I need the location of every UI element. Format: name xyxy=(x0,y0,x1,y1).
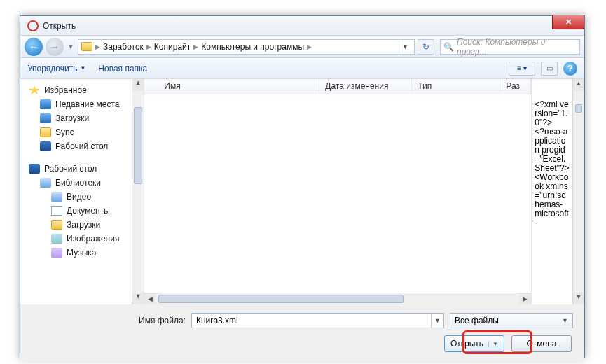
sidebar-item[interactable]: Загрузки xyxy=(27,111,132,125)
breadcrumb[interactable]: Компьютеры и программы xyxy=(201,42,304,52)
lib-icon xyxy=(51,192,62,202)
scroll-down-icon[interactable]: ▼ xyxy=(132,293,144,304)
scroll-thumb[interactable] xyxy=(134,107,142,184)
preview-pane: <?xml version="1.0"?> <?mso-application … xyxy=(531,79,584,304)
address-bar[interactable]: ▶ Заработок ▶ Копирайт ▶ Компьютеры и пр… xyxy=(78,39,415,55)
filename-label: Имя файла: xyxy=(32,316,186,326)
nav-forward-button[interactable]: → xyxy=(46,38,64,56)
sidebar-item[interactable]: Изображения xyxy=(27,232,132,246)
sidebar-item[interactable]: Видео xyxy=(27,190,132,204)
opera-icon xyxy=(27,20,39,31)
scroll-thumb[interactable] xyxy=(158,295,404,303)
chevron-right-icon[interactable]: ▶ xyxy=(95,43,100,50)
cancel-button[interactable]: Отмена xyxy=(511,335,572,352)
scroll-up-icon[interactable]: ▲ xyxy=(573,79,584,91)
col-type[interactable]: Тип xyxy=(412,79,500,94)
blue-icon xyxy=(40,99,51,109)
sidebar-item-label: Загрузки xyxy=(55,113,89,123)
filename-combo[interactable]: ▼ xyxy=(191,313,444,328)
sidebar-scrollbar[interactable]: ▲ ▼ xyxy=(132,79,144,304)
blue-icon xyxy=(40,113,51,123)
chevron-right-icon[interactable]: ▶ xyxy=(146,43,151,50)
scroll-right-icon[interactable]: ▶ xyxy=(519,293,531,304)
sidebar-item-label: Рабочий стол xyxy=(55,141,108,151)
col-date[interactable]: Дата изменения xyxy=(319,79,412,94)
star-icon xyxy=(29,85,40,95)
search-icon: 🔍 xyxy=(443,42,454,52)
nav-back-button[interactable]: ← xyxy=(25,38,43,56)
sidebar-item[interactable]: Рабочий стол xyxy=(27,162,132,176)
sidebar-item-label: Загрузки xyxy=(67,220,100,230)
view-mode-button[interactable]: ≡ ▾ xyxy=(509,62,535,76)
preview-pane-button[interactable]: ▭ xyxy=(541,62,558,76)
sidebar-item-label: Sync xyxy=(55,127,74,137)
nav-tree: ИзбранноеНедавние местаЗагрузкиSyncРабоч… xyxy=(20,79,144,304)
sidebar-item[interactable]: Рабочий стол xyxy=(27,139,132,153)
help-button[interactable]: ? xyxy=(563,62,577,76)
chevron-right-icon[interactable]: ▶ xyxy=(307,43,312,50)
filename-input[interactable] xyxy=(192,316,431,326)
monitor-icon xyxy=(40,141,51,151)
open-dialog: Открыть ✕ ← → ▼ ▶ Заработок ▶ Копирайт ▶… xyxy=(20,15,585,358)
address-drop[interactable]: ▼ xyxy=(399,40,411,54)
folder-icon xyxy=(51,220,62,230)
sidebar-item-label: Документы xyxy=(67,206,110,216)
breadcrumb[interactable]: Заработок xyxy=(103,42,144,52)
chevron-right-icon[interactable]: ▶ xyxy=(193,43,198,50)
sidebar-item-label: Рабочий стол xyxy=(44,164,97,174)
sidebar-item-label: Видео xyxy=(67,192,91,202)
sidebar-item-label: Изображения xyxy=(67,234,119,244)
preview-scrollbar[interactable]: ▲ ▼ xyxy=(572,79,584,304)
file-list: Имя Дата изменения Тип Раз ◀ ▶ xyxy=(144,79,531,304)
folder-icon xyxy=(81,42,92,51)
sidebar-item-label: Библиотеки xyxy=(55,178,101,188)
doc-icon xyxy=(51,206,62,216)
sidebar-item[interactable]: Музыка xyxy=(27,246,132,260)
column-headers: Имя Дата изменения Тип Раз xyxy=(144,79,531,94)
file-filter-combo[interactable]: Все файлы ▼ xyxy=(450,313,573,328)
toolbar: Упорядочить▼ Новая папка ≡ ▾ ▭ ? xyxy=(20,58,584,79)
navbar: ← → ▼ ▶ Заработок ▶ Копирайт ▶ Компьютер… xyxy=(20,36,584,58)
lib-icon xyxy=(40,178,51,188)
new-folder-button[interactable]: Новая папка xyxy=(98,64,147,74)
sidebar-item-label: Недавние места xyxy=(55,99,119,109)
chevron-down-icon: ▼ xyxy=(562,317,568,324)
open-button[interactable]: Открыть▼ xyxy=(444,335,504,352)
folder-icon xyxy=(40,127,51,137)
music-icon xyxy=(51,248,62,258)
window-title: Открыть xyxy=(43,21,76,31)
chevron-down-icon[interactable]: ▼ xyxy=(488,341,498,347)
col-size[interactable]: Раз xyxy=(500,79,531,94)
hscrollbar[interactable]: ◀ ▶ xyxy=(144,293,531,304)
scroll-up-icon[interactable]: ▲ xyxy=(132,79,144,91)
sidebar-item[interactable]: Документы xyxy=(27,204,132,218)
col-name[interactable]: Имя xyxy=(144,79,319,94)
refresh-button[interactable]: ↻ xyxy=(418,39,434,55)
sidebar-item[interactable]: Библиотеки xyxy=(27,176,132,190)
monitor-icon xyxy=(29,164,40,174)
sidebar-item-label: Музыка xyxy=(67,248,96,258)
pic-icon xyxy=(51,234,62,244)
sidebar-item-label: Избранное xyxy=(44,85,87,95)
filter-label: Все файлы xyxy=(455,316,499,326)
sidebar-item[interactable]: Загрузки xyxy=(27,218,132,232)
sidebar-item[interactable]: Избранное xyxy=(27,83,132,97)
scroll-left-icon[interactable]: ◀ xyxy=(144,293,156,304)
chevron-down-icon[interactable]: ▼ xyxy=(431,314,443,328)
sidebar-item[interactable]: Недавние места xyxy=(27,97,132,111)
organize-button[interactable]: Упорядочить▼ xyxy=(27,64,85,74)
breadcrumb[interactable]: Копирайт xyxy=(154,42,191,52)
scroll-thumb[interactable] xyxy=(575,104,582,113)
scroll-down-icon[interactable]: ▼ xyxy=(573,293,584,304)
footer: Имя файла: ▼ Все файлы ▼ Открыть▼ Отмена xyxy=(20,304,584,362)
nav-history-drop[interactable]: ▼ xyxy=(67,43,75,50)
titlebar: Открыть ✕ xyxy=(20,16,584,36)
close-button[interactable]: ✕ xyxy=(552,15,584,29)
search-placeholder: Поиск: Компьютеры и прогр... xyxy=(457,37,577,57)
sidebar-item[interactable]: Sync xyxy=(27,125,132,139)
search-input[interactable]: 🔍 Поиск: Компьютеры и прогр... xyxy=(440,39,580,55)
